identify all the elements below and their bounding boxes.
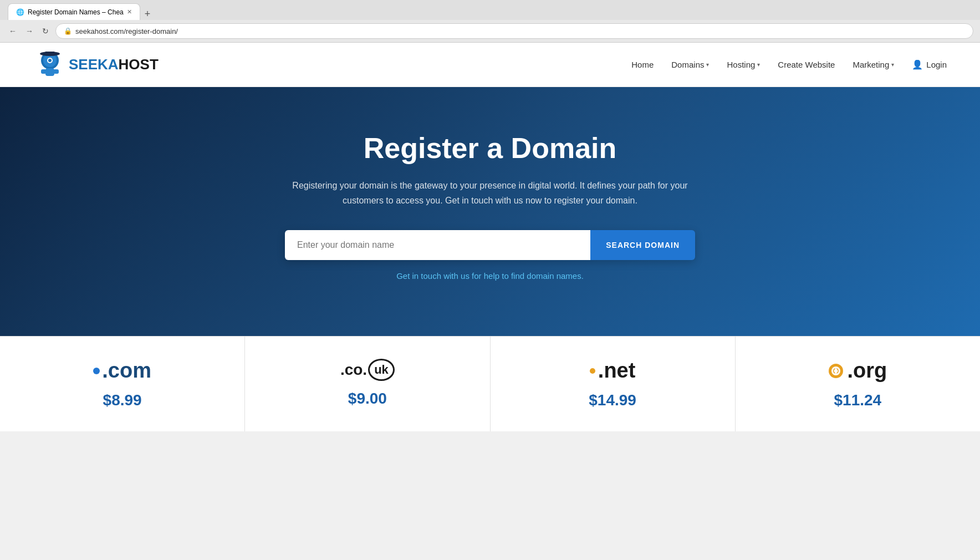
tab-close-button[interactable]: ✕: [127, 8, 132, 16]
url-bar[interactable]: 🔒 seekahost.com/register-domain/: [55, 23, 973, 39]
website-content: SEEKAHOST Home Domains ▾ Hosting ▾ Creat…: [0, 43, 980, 431]
com-text: .com: [102, 359, 151, 383]
hero-subtitle: Registering your domain is the gateway t…: [290, 178, 690, 208]
domains-dropdown-arrow: ▾: [706, 62, 709, 68]
reload-button[interactable]: ↻: [40, 24, 51, 38]
logo-text: SEEKAHOST: [69, 56, 159, 73]
com-dot-icon: [93, 368, 100, 374]
svg-rect-3: [45, 52, 54, 55]
nav-marketing[interactable]: Marketing ▾: [853, 60, 894, 69]
logo-host: HOST: [119, 56, 159, 73]
nav-hosting[interactable]: Hosting ▾: [727, 60, 760, 69]
net-logo: .net: [590, 359, 636, 383]
nav-home[interactable]: Home: [631, 60, 654, 69]
org-logo: .org: [828, 359, 887, 383]
org-text: .org: [847, 359, 887, 383]
login-button[interactable]: 👤 Login: [912, 59, 947, 70]
hero-title: Register a Domain: [364, 131, 617, 165]
couk-prefix: .co.: [340, 361, 367, 379]
svg-rect-8: [53, 69, 59, 74]
domain-search-input[interactable]: [285, 230, 590, 260]
marketing-dropdown-arrow: ▾: [891, 62, 894, 68]
couk-price: $9.00: [348, 390, 387, 408]
pricing-item-couk: .co. uk $9.00: [245, 337, 490, 431]
couk-logo: .co. uk: [340, 359, 395, 381]
pricing-item-org: .org $11.24: [736, 337, 980, 431]
tab-group: 🌐 Register Domain Names – Chea ✕ +: [8, 3, 154, 20]
pricing-item-com: .com $8.99: [0, 337, 245, 431]
logo-seeka: SEEKA: [69, 56, 119, 73]
org-diamond-icon: [828, 363, 844, 379]
org-price: $11.24: [834, 391, 882, 409]
svg-rect-7: [41, 69, 47, 74]
hosting-dropdown-arrow: ▾: [757, 62, 760, 68]
new-tab-button[interactable]: +: [141, 8, 154, 20]
couk-uk-circle: uk: [368, 359, 395, 381]
net-text: .net: [598, 359, 636, 383]
com-logo: .com: [93, 359, 151, 383]
svg-rect-6: [45, 68, 54, 76]
navbar: SEEKAHOST Home Domains ▾ Hosting ▾ Creat…: [0, 43, 980, 87]
nav-create-website[interactable]: Create Website: [778, 60, 835, 69]
tab-bar: 🌐 Register Domain Names – Chea ✕ +: [0, 0, 980, 20]
active-tab[interactable]: 🌐 Register Domain Names – Chea ✕: [8, 3, 140, 20]
search-domain-button[interactable]: SEARCH DOMAIN: [590, 230, 695, 260]
domain-pricing-section: .com $8.99 .co. uk $9.00 .net $14.99: [0, 336, 980, 431]
domain-search-bar: SEARCH DOMAIN: [285, 230, 695, 260]
net-price: $14.99: [589, 391, 636, 409]
url-text: seekahost.com/register-domain/: [75, 27, 178, 35]
hero-section: Register a Domain Registering your domai…: [0, 87, 980, 336]
logo-mascot-icon: [33, 48, 67, 82]
pricing-item-net: .net $14.99: [491, 337, 736, 431]
forward-button[interactable]: →: [23, 24, 35, 38]
logo[interactable]: SEEKAHOST: [33, 48, 159, 82]
nav-domains[interactable]: Domains ▾: [671, 60, 709, 69]
net-dot-icon: [590, 368, 595, 374]
security-icon: 🔒: [64, 27, 72, 35]
back-button[interactable]: ←: [7, 24, 19, 38]
hero-help-link[interactable]: Get in touch with us for help to find do…: [396, 271, 584, 281]
com-price: $8.99: [103, 391, 142, 409]
address-bar: ← → ↻ 🔒 seekahost.com/register-domain/: [0, 20, 980, 42]
browser-chrome: 🌐 Register Domain Names – Chea ✕ + ← → ↻…: [0, 0, 980, 43]
svg-point-5: [48, 59, 52, 62]
user-icon: 👤: [912, 59, 923, 70]
nav-links: Home Domains ▾ Hosting ▾ Create Website …: [631, 59, 947, 70]
tab-title: Register Domain Names – Chea: [28, 8, 124, 16]
